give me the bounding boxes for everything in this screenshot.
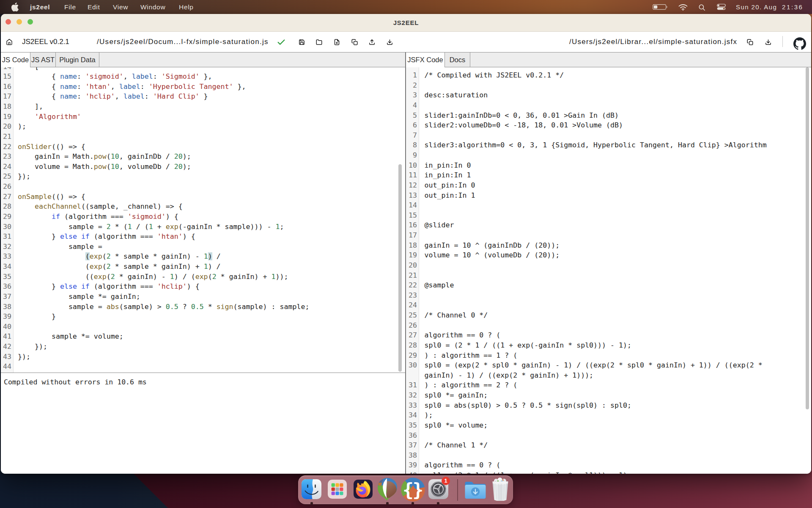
js-code-line: 41 sample *= volume; <box>1 331 405 342</box>
menu-item-appname[interactable]: js2eel <box>30 0 50 14</box>
tab-plugin-data[interactable]: Plugin Data <box>56 52 99 67</box>
js-code-line: 16 { name: 'htan', label: 'Hyperbolic Ta… <box>1 82 405 92</box>
folder-open-icon[interactable] <box>316 39 322 45</box>
js-code-line: 43}); <box>1 352 405 362</box>
window-titlebar[interactable]: JS2EEL <box>1 14 811 32</box>
js-code-line: 33 (exp(2 * sample * gainIn) - 1) / <box>1 251 405 262</box>
jsfx-code-line: 36 <box>406 431 811 441</box>
jsfx-code-line: 33spl0 = abs(spl0) > 0.5 ? 0.5 * sign(sp… <box>406 400 811 411</box>
jsfx-code-line: 34); <box>406 410 811 420</box>
js-code-line: 18 ], <box>1 102 405 112</box>
spotlight-search-icon[interactable] <box>698 4 705 11</box>
reaper-icon[interactable] <box>376 477 398 502</box>
js-code-line: 37 sample *= gainIn; <box>1 292 405 302</box>
jsfx-code-line: 20 <box>406 260 811 271</box>
jsfx-code-line: 17 <box>406 230 811 240</box>
github-icon[interactable] <box>793 37 806 50</box>
tab-docs[interactable]: Docs <box>445 52 470 67</box>
app-window: JS2EEL JS2EEL v0.2.1 /Users/js2eel/Docum… <box>1 14 811 474</box>
running-dot-js2eel <box>411 502 414 505</box>
js-code-editor[interactable]: 14 [15 { name: 'sigmoid', label: 'Sigmoi… <box>1 67 405 373</box>
jsfx-code-line: 37/* Channel 1 */ <box>406 440 811 450</box>
jsfx-code-line: 8slider3:algorithm=0 < 0, 3, 1 {Sigmoid,… <box>406 140 811 150</box>
jsfx-code-line: 5slider1:gainInDb=0 < 0, 36, 0.01 >Gain … <box>406 110 811 121</box>
js-code-line: 14 [ <box>1 67 405 72</box>
js-code-line: 28 eachChannel((sample, _channel) => { <box>1 202 405 212</box>
jsfx-code-line: 10in_pin:In 0 <box>406 160 811 171</box>
jsfx-code-line: 26 <box>406 320 811 331</box>
jsfx-tabbar: JSFX CodeDocs <box>406 52 811 67</box>
jsfx-code-line: 21 <box>406 271 811 281</box>
jsfx-code-line: 13out_pin:In 1 <box>406 190 811 201</box>
menu-clock-date[interactable]: Sun 20. Aug <box>736 0 777 14</box>
running-dot-reaper <box>386 502 389 505</box>
toolbar-divider <box>782 36 783 47</box>
tab-jsfx-code[interactable]: JSFX Code <box>406 52 445 67</box>
dock-divider <box>457 479 458 501</box>
app-version: JS2EEL v0.2.1 <box>22 32 69 52</box>
menu-item-view[interactable]: View <box>113 0 128 14</box>
menu-clock-time[interactable]: 21:36 <box>782 0 804 14</box>
apple-icon[interactable] <box>11 3 19 11</box>
window-title: JS2EEL <box>1 14 811 32</box>
jsfx-editor-scrollbar[interactable] <box>806 67 809 409</box>
js2eel-dock-icon[interactable]: { } <box>401 478 425 502</box>
control-center-icon[interactable] <box>717 4 726 10</box>
jsfx-code-line: 32spl0 *= gainIn; <box>406 390 811 400</box>
tab-js-ast[interactable]: JS AST <box>30 52 56 67</box>
menu-item-help[interactable]: Help <box>179 0 194 14</box>
js-code-line: 15 { name: 'sigmoid', label: 'Sigmoid' }… <box>1 72 405 82</box>
wifi-icon[interactable] <box>678 4 688 11</box>
js-tabbar: JS CodeJS ASTPlugin Data <box>1 52 405 67</box>
jsfx-code-line: 30spl0 = (exp(2 * spl0 * gainIn) - 1) / … <box>406 360 811 370</box>
js-file-path: /Users/js2eel/Docum...l-fx/simple-satura… <box>97 32 269 52</box>
js-code-line: 27onSample(() => { <box>1 192 405 202</box>
new-file-icon[interactable] <box>334 39 340 45</box>
js2eel-logo-left-brace: { <box>403 479 414 500</box>
jsfx-code-line: gainIn) - 1) / ((exp(2 * gainIn) + 1))); <box>406 370 811 381</box>
js-code-line: 17 { name: 'hclip', label: 'Hard Clip' } <box>1 91 405 102</box>
js-code-line: 21 <box>1 132 405 142</box>
upload-icon[interactable] <box>369 39 375 45</box>
tab-js-code[interactable]: JS Code <box>1 52 30 67</box>
js-code-line: 42 }); <box>1 342 405 352</box>
battery-icon[interactable] <box>653 4 668 10</box>
jsfx-code-line: 23 <box>406 290 811 301</box>
firefox-icon[interactable] <box>354 480 373 499</box>
download-icon[interactable] <box>387 39 393 45</box>
js-code-line: 30 sample = 2 * (1 / (1 + exp(-gainIn * … <box>1 222 405 232</box>
save-icon[interactable] <box>299 39 305 45</box>
js-code-line: 22onSlider(() => { <box>1 142 405 152</box>
js-code-line: 24 volume = Math.pow(10, volumeDb / 20); <box>1 162 405 172</box>
launchpad-icon[interactable] <box>328 480 347 499</box>
jsfx-code-line: 14 <box>406 200 811 210</box>
menu-item-file[interactable]: File <box>64 0 76 14</box>
js-editor-scrollbar[interactable] <box>398 164 402 372</box>
jsfx-code-editor[interactable]: 1/* Compiled with JS2EEL v0.2.1 */2 3des… <box>406 67 811 474</box>
menu-item-window[interactable]: Window <box>140 0 165 14</box>
copy-jsfx-icon[interactable] <box>747 39 753 45</box>
downloads-folder-icon[interactable] <box>464 479 486 500</box>
jsfx-code-line: 27algorithm == 0 ? ( <box>406 330 811 340</box>
running-dot-settings <box>437 502 439 505</box>
menu-item-edit[interactable]: Edit <box>88 0 100 14</box>
js-code-line: 38 sample = abs(sample) > 0.5 ? 0.5 * si… <box>1 302 405 312</box>
jsfx-code-panel: JSFX CodeDocs 1/* Compiled with JS2EEL v… <box>406 52 811 474</box>
finder-icon[interactable] <box>302 479 321 499</box>
jsfx-code-line: 31) : algorithm == 2 ? ( <box>406 380 811 390</box>
copy-icon[interactable] <box>351 39 358 45</box>
jsfx-code-line: 2 <box>406 80 811 91</box>
jsfx-code-line: 35spl0 *= volume; <box>406 420 811 431</box>
home-icon[interactable] <box>6 39 13 45</box>
download-jsfx-icon[interactable] <box>765 39 771 45</box>
trash-icon[interactable] <box>492 478 509 501</box>
js-code-panel: JS CodeJS ASTPlugin Data 14 [15 { name: … <box>1 52 406 474</box>
js-code-line: 39 } <box>1 312 405 322</box>
jsfx-code-line: 4 <box>406 100 811 110</box>
jsfx-code-line: 39algorithm == 0 ? ( <box>406 460 811 470</box>
jsfx-code-line: 3desc:saturation <box>406 90 811 100</box>
main-content: JS CodeJS ASTPlugin Data 14 [15 { name: … <box>1 52 811 474</box>
js-code-line: 19 'Algorithm' <box>1 112 405 122</box>
jsfx-code-line: 38 <box>406 450 811 461</box>
jsfx-code-line: 9 <box>406 150 811 160</box>
